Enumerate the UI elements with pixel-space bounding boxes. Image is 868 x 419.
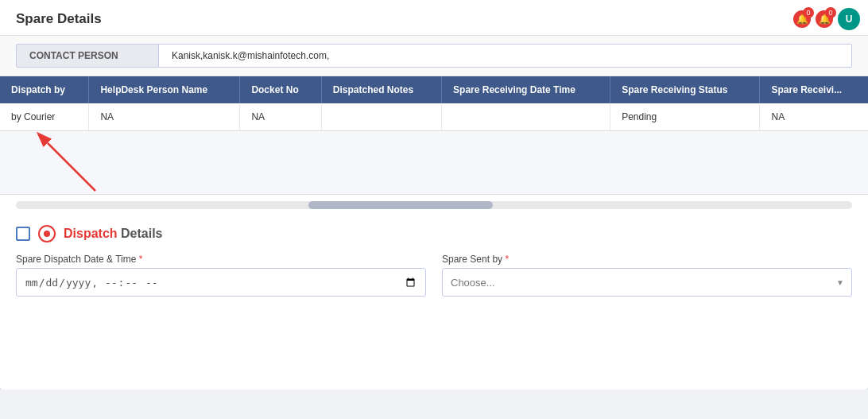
- section-title-details: Details: [118, 227, 163, 240]
- col-spare-receiving: Spare Receivi...: [760, 76, 868, 103]
- date-input[interactable]: [16, 268, 426, 297]
- col-docket-no: Docket No: [240, 76, 321, 103]
- badge-2: 0: [825, 7, 836, 18]
- section-icon-circle: [38, 225, 56, 242]
- col-helpdesk-person: HelpDesk Person Name: [89, 76, 240, 103]
- svg-line-1: [48, 143, 95, 191]
- cell-spare-receiving-status: Pending: [610, 103, 760, 131]
- scrollbar-thumb: [308, 201, 492, 209]
- cell-docket-no: NA: [240, 103, 321, 131]
- arrow-annotation: [32, 131, 127, 195]
- contact-label: CONTACT PERSON: [16, 44, 159, 68]
- section-checkbox[interactable]: [16, 227, 30, 241]
- top-bar-icons: 🔔 0 🔔 0 U: [793, 8, 860, 30]
- contact-row: CONTACT PERSON Kanisk,kanisk.k@mishainfo…: [0, 36, 868, 76]
- cell-helpdesk-person: NA: [89, 103, 240, 131]
- section-icon-inner: [44, 231, 50, 237]
- user-avatar[interactable]: U: [838, 8, 860, 30]
- cell-spare-receiving: NA: [760, 103, 868, 131]
- form-group-sent-by: Spare Sent by * Choose...: [442, 254, 852, 297]
- table-header-row: Dispatch by HelpDesk Person Name Docket …: [0, 76, 868, 103]
- select-wrapper: Choose...: [442, 268, 852, 297]
- section-title-dispatch: Dispatch: [64, 227, 118, 240]
- modal: Spare Details 🔔 0 🔔 0 U CONTACT PERSON K…: [0, 0, 868, 390]
- form-row: Spare Dispatch Date & Time * Spare Sent …: [16, 254, 852, 297]
- col-dispatch-by: Dispatch by: [0, 76, 89, 103]
- sent-by-select[interactable]: Choose...: [442, 268, 852, 297]
- notification-icon-2[interactable]: 🔔 0: [816, 10, 833, 28]
- dispatch-section: Dispatch Details Spare Dispatch Date & T…: [0, 215, 868, 297]
- table-row: by Courier NA NA Pending NA: [0, 103, 868, 131]
- spare-table: Dispatch by HelpDesk Person Name Docket …: [0, 76, 868, 195]
- col-dispatched-notes: Dispatched Notes: [321, 76, 441, 103]
- cell-dispatch-by: by Courier: [0, 103, 89, 131]
- contact-value: Kanisk,kanisk.k@mishainfotech.com,: [159, 44, 852, 68]
- required-star-date: *: [139, 254, 143, 265]
- form-group-date: Spare Dispatch Date & Time *: [16, 254, 426, 297]
- table-row-empty: [0, 131, 868, 195]
- cell-dispatched-notes: [321, 103, 441, 131]
- required-star-sent-by: *: [505, 254, 509, 265]
- section-header: Dispatch Details: [16, 225, 852, 242]
- sent-by-label: Spare Sent by *: [442, 254, 852, 265]
- col-spare-receiving-datetime: Spare Receiving Date Time: [442, 76, 610, 103]
- scrollbar-track[interactable]: [16, 201, 852, 209]
- modal-header: Spare Details 🔔 0 🔔 0 U: [0, 0, 868, 36]
- table-section: Dispatch by HelpDesk Person Name Docket …: [0, 76, 868, 215]
- modal-title: Spare Details: [16, 11, 102, 27]
- section-title: Dispatch Details: [64, 227, 163, 241]
- cell-spare-receiving-datetime: [442, 103, 610, 131]
- badge-1: 0: [803, 7, 814, 18]
- date-label: Spare Dispatch Date & Time *: [16, 254, 426, 265]
- notification-icon-1[interactable]: 🔔 0: [793, 10, 811, 28]
- col-spare-receiving-status: Spare Receiving Status: [610, 76, 760, 103]
